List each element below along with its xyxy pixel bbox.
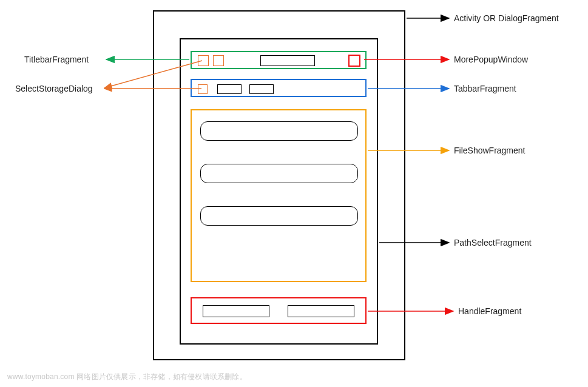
- more-popup-trigger[interactable]: [348, 55, 360, 67]
- label-tabbar: TabbarFragment: [454, 84, 516, 93]
- handle-button-2: [288, 305, 354, 317]
- label-activity: Activity OR DialogFragment: [454, 13, 559, 23]
- file-item: [200, 121, 358, 141]
- titlebar-title-box: [260, 55, 315, 66]
- tab-box-1: [217, 84, 242, 94]
- titlebar-fragment: [191, 51, 367, 69]
- label-selectstorage: SelectStorageDialog: [15, 84, 93, 93]
- label-morepopup: MorePopupWindow: [454, 55, 528, 64]
- tabbar-fragment: [191, 79, 367, 97]
- tab-box-2: [249, 84, 274, 94]
- label-fileshow: FileShowFragment: [454, 146, 525, 155]
- file-item: [200, 164, 358, 183]
- handle-button-1: [203, 305, 269, 317]
- storage-box-2: [213, 55, 224, 66]
- handle-fragment: [191, 297, 367, 324]
- label-handle: HandleFragment: [458, 306, 521, 316]
- file-item: [200, 206, 358, 226]
- fileshow-fragment: [191, 109, 367, 282]
- label-titlebar: TitlebarFragment: [24, 55, 89, 64]
- storage-box-3: [198, 84, 208, 94]
- storage-box-1: [198, 55, 209, 66]
- watermark-text: www.toymoban.com 网络图片仅供展示，非存储，如有侵权请联系删除。: [7, 372, 247, 382]
- label-pathselect: PathSelectFragment: [454, 238, 532, 247]
